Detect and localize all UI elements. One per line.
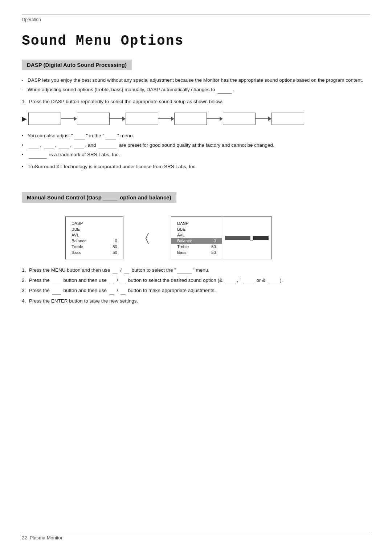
flow-connector-4 xyxy=(207,117,223,121)
flow-connector-3 xyxy=(158,117,174,121)
flow-box-2 xyxy=(77,113,110,125)
menu-right-slider-col xyxy=(222,217,271,259)
menu-left-balance: Balance0 xyxy=(66,238,123,244)
slider-knob xyxy=(250,236,253,241)
page-title: Sound Menu Options xyxy=(22,33,370,49)
dasp-dash-list: DASP lets you enjoy the best sound witho… xyxy=(22,77,370,94)
menu-diagrams: DASP BBE AVL Balance0 Treble50 Bass50 〈 … xyxy=(65,216,370,259)
manual-steps: 1. Press the MENU button and then use / … xyxy=(22,267,370,305)
manual-step-2: 2. Press the button and then use / butto… xyxy=(22,277,370,284)
dasp-section-header: DASP (Digital Auto Sound Processing) xyxy=(22,60,132,70)
diagram-arrow: 〈 xyxy=(145,231,149,244)
flow-box-5 xyxy=(223,113,256,125)
flow-box-4 xyxy=(174,113,207,125)
menu-left-avl: AVL xyxy=(66,232,123,238)
menu-right-balance: Balance0 xyxy=(171,238,222,244)
flow-box-1 xyxy=(28,113,61,125)
footer: 22 Plasma Monitor xyxy=(22,535,370,540)
flow-connector-1 xyxy=(61,117,77,121)
dasp-step-1: 1.Press the DASP button repeatedly to se… xyxy=(22,98,370,105)
manual-sound-section: Manual Sound Control (Dasp option and ba… xyxy=(22,192,370,305)
menu-left: DASP BBE AVL Balance0 Treble50 Bass50 xyxy=(65,216,123,259)
slider-bar-fill xyxy=(225,236,251,240)
menu-right-bbe: BBE xyxy=(171,226,222,232)
slider-bar xyxy=(225,236,269,240)
top-rule xyxy=(22,15,370,15)
dasp-bullet-1: DASP lets you enjoy the best sound witho… xyxy=(22,77,370,84)
manual-step-3: 3. Press the button and then use / butto… xyxy=(22,287,370,294)
flow-start-arrow: ▶ xyxy=(22,115,27,123)
footer-page-num: 22 Plasma Monitor xyxy=(22,535,62,540)
menu-right-avl: AVL xyxy=(171,232,222,238)
menu-right-treble: Treble50 xyxy=(171,244,222,250)
menu-right: DASP BBE AVL Balance0 Treble50 Bass50 xyxy=(171,216,272,259)
dasp-tru-item: TruSurround XT technology is incorporate… xyxy=(22,163,370,170)
dasp-section: DASP (Digital Auto Sound Processing) DAS… xyxy=(22,60,370,170)
flow-box-6 xyxy=(271,113,304,125)
menu-left-treble: Treble50 xyxy=(66,244,123,250)
page: Operation Sound Menu Options DASP (Digit… xyxy=(0,0,392,555)
manual-section-header: Manual Sound Control (Dasp option and ba… xyxy=(22,192,176,203)
dasp-dot-1: You can also adjust "" in the "" menu. xyxy=(22,132,370,139)
menu-right-dasp: DASP xyxy=(171,220,222,226)
menu-right-bass: Bass50 xyxy=(171,250,222,255)
dasp-dot-list: You can also adjust "" in the "" menu. ,… xyxy=(22,132,370,159)
flow-diagram: ▶ xyxy=(22,113,370,125)
dasp-dot-3: is a trademark of SRS Labs, Inc. xyxy=(22,151,370,158)
breadcrumb: Operation xyxy=(22,17,370,22)
dasp-dot-2: , , , , and are preset for good sound qu… xyxy=(22,142,370,149)
dasp-bullet-2: When adjusting sound options (treble, ba… xyxy=(22,86,370,93)
menu-left-dasp: DASP xyxy=(66,220,123,226)
flow-connector-5 xyxy=(256,117,271,121)
bottom-rule xyxy=(22,532,370,532)
menu-left-bass: Bass50 xyxy=(66,250,123,255)
menu-left-bbe: BBE xyxy=(66,226,123,232)
manual-step-4: 4. Press the ENTER button to save the ne… xyxy=(22,297,370,305)
dasp-numbered-list: 1.Press the DASP button repeatedly to se… xyxy=(22,98,370,105)
flow-connector-2 xyxy=(110,117,126,121)
footer-container: 22 Plasma Monitor xyxy=(22,521,370,540)
manual-step-1: 1. Press the MENU button and then use / … xyxy=(22,267,370,274)
flow-box-3 xyxy=(126,113,158,125)
menu-right-col1: DASP BBE AVL Balance0 Treble50 Bass50 xyxy=(171,217,222,259)
dasp-tru-list: TruSurround XT technology is incorporate… xyxy=(22,163,370,170)
